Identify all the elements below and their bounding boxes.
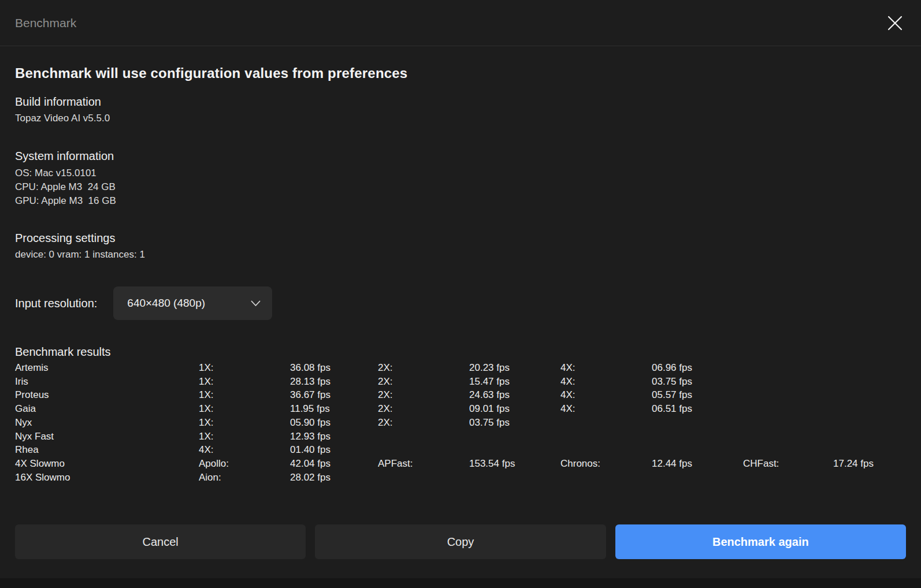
- result-scale-label: Aion:: [199, 471, 290, 485]
- results-table: Artemis1X:36.08 fps2X:20.23 fps4X:06.96 …: [15, 361, 906, 484]
- result-scale-label: 1X:: [199, 375, 290, 389]
- table-row: Nyx Fast1X:12.93 fps: [15, 430, 906, 444]
- table-row: 4X SlowmoApollo:42.04 fpsAPFast:153.54 f…: [15, 457, 906, 471]
- dialog-title: Benchmark: [15, 16, 76, 30]
- result-fps-value: 28.13 fps: [290, 375, 378, 389]
- result-scale-label: 2X:: [378, 416, 469, 430]
- result-fps-value: 17.24 fps: [833, 457, 906, 471]
- result-fps-value: 03.75 fps: [469, 416, 560, 430]
- dialog-footer: Cancel Copy Benchmark again: [0, 524, 921, 559]
- result-fps-value: 153.54 fps: [469, 457, 560, 471]
- close-button[interactable]: [884, 12, 906, 34]
- result-scale-label: Apollo:: [199, 457, 290, 471]
- gpu-info-text: GPU: Apple M3 16 GB: [15, 194, 906, 208]
- result-scale-label: 2X:: [378, 402, 469, 416]
- result-fps-value: 09.01 fps: [469, 402, 560, 416]
- result-fps-value: [652, 416, 743, 430]
- result-scale-label: [378, 430, 469, 444]
- processing-settings-section: Processing settings device: 0 vram: 1 in…: [15, 232, 906, 262]
- result-model-name: Nyx: [15, 416, 199, 430]
- result-model-name: Proteus: [15, 388, 199, 402]
- result-scale-label: Chronos:: [560, 457, 652, 471]
- result-scale-label: 2X:: [378, 388, 469, 402]
- result-fps-value: [652, 443, 743, 457]
- cancel-button[interactable]: Cancel: [15, 524, 306, 559]
- result-model-name: Gaia: [15, 402, 199, 416]
- result-fps-value: 15.47 fps: [469, 375, 560, 389]
- result-fps-value: [469, 443, 560, 457]
- result-scale-label: [743, 375, 833, 389]
- build-information-heading: Build information: [15, 95, 906, 109]
- dialog-body: Benchmark will use configuration values …: [0, 65, 921, 484]
- result-fps-value: 12.93 fps: [290, 430, 378, 444]
- table-row: 16X SlowmoAion:28.02 fps: [15, 471, 906, 485]
- result-fps-value: 12.44 fps: [652, 457, 743, 471]
- result-fps-value: 36.08 fps: [290, 361, 378, 375]
- chevron-down-icon: [251, 300, 261, 307]
- cpu-info-text: CPU: Apple M3 24 GB: [15, 180, 906, 194]
- result-scale-label: [743, 443, 833, 457]
- result-scale-label: [743, 388, 833, 402]
- result-model-name: Rhea: [15, 443, 199, 457]
- result-scale-label: 1X:: [199, 402, 290, 416]
- result-scale-label: [560, 471, 652, 485]
- result-scale-label: CHFast:: [743, 457, 833, 471]
- result-model-name: Artemis: [15, 361, 199, 375]
- result-fps-value: [652, 471, 743, 485]
- result-scale-label: [378, 443, 469, 457]
- table-row: Iris1X:28.13 fps2X:15.47 fps4X:03.75 fps: [15, 375, 906, 389]
- result-scale-label: 1X:: [199, 361, 290, 375]
- dialog-header: Benchmark: [0, 0, 921, 46]
- result-scale-label: 2X:: [378, 361, 469, 375]
- input-resolution-label: Input resolution:: [15, 297, 97, 310]
- build-information-section: Build information Topaz Video AI v5.5.0: [15, 95, 906, 125]
- result-fps-value: 05.90 fps: [290, 416, 378, 430]
- result-scale-label: [560, 430, 652, 444]
- result-scale-label: 4X:: [560, 375, 652, 389]
- result-scale-label: APFast:: [378, 457, 469, 471]
- result-fps-value: [833, 430, 906, 444]
- result-scale-label: 4X:: [560, 388, 652, 402]
- system-information-section: System information OS: Mac v15.0101 CPU:…: [15, 150, 906, 208]
- result-model-name: Iris: [15, 375, 199, 389]
- result-fps-value: [833, 388, 906, 402]
- result-fps-value: [469, 430, 560, 444]
- result-fps-value: 11.95 fps: [290, 402, 378, 416]
- result-fps-value: [833, 443, 906, 457]
- table-row: Gaia1X:11.95 fps2X:09.01 fps4X:06.51 fps: [15, 402, 906, 416]
- input-resolution-select[interactable]: 640×480 (480p): [113, 286, 272, 320]
- benchmark-again-button[interactable]: Benchmark again: [615, 524, 906, 559]
- os-info-text: OS: Mac v15.0101: [15, 166, 906, 180]
- window-bottom-edge: [0, 578, 921, 588]
- processing-settings-heading: Processing settings: [15, 232, 906, 245]
- copy-button[interactable]: Copy: [315, 524, 606, 559]
- result-scale-label: [743, 361, 833, 375]
- result-fps-value: 42.04 fps: [290, 457, 378, 471]
- result-fps-value: [833, 375, 906, 389]
- result-fps-value: 03.75 fps: [652, 375, 743, 389]
- result-scale-label: 4X:: [560, 402, 652, 416]
- result-scale-label: [560, 416, 652, 430]
- result-scale-label: 4X:: [199, 443, 290, 457]
- result-scale-label: [743, 402, 833, 416]
- result-fps-value: [469, 471, 560, 485]
- input-resolution-value: 640×480 (480p): [127, 297, 205, 310]
- config-notice-heading: Benchmark will use configuration values …: [15, 65, 906, 81]
- table-row: Rhea4X:01.40 fps: [15, 443, 906, 457]
- result-model-name: 16X Slowmo: [15, 471, 199, 485]
- table-row: Artemis1X:36.08 fps2X:20.23 fps4X:06.96 …: [15, 361, 906, 375]
- result-fps-value: [833, 471, 906, 485]
- result-fps-value: 28.02 fps: [290, 471, 378, 485]
- result-fps-value: [833, 402, 906, 416]
- result-fps-value: [833, 416, 906, 430]
- input-resolution-row: Input resolution: 640×480 (480p): [15, 286, 906, 320]
- result-fps-value: [833, 361, 906, 375]
- result-scale-label: [560, 443, 652, 457]
- processing-settings-text: device: 0 vram: 1 instances: 1: [15, 248, 906, 262]
- table-row: Nyx1X:05.90 fps2X:03.75 fps: [15, 416, 906, 430]
- result-scale-label: 1X:: [199, 430, 290, 444]
- result-scale-label: 2X:: [378, 375, 469, 389]
- result-scale-label: [743, 416, 833, 430]
- system-information-heading: System information: [15, 150, 906, 163]
- benchmark-results-heading: Benchmark results: [15, 345, 906, 359]
